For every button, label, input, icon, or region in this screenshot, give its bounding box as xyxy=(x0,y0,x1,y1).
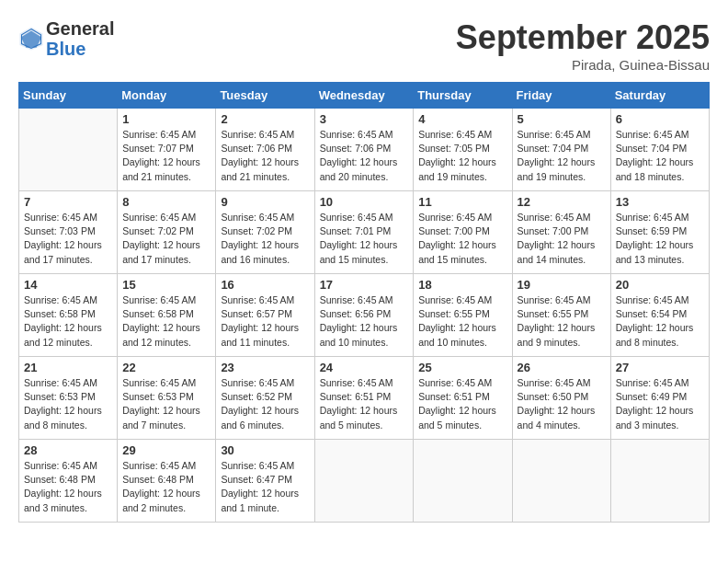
day-number: 18 xyxy=(418,278,506,292)
weekday-header-row: Sunday Monday Tuesday Wednesday Thursday… xyxy=(19,83,710,109)
calendar: Sunday Monday Tuesday Wednesday Thursday… xyxy=(18,82,710,523)
day-info: Sunrise: 6:45 AMSunset: 6:55 PMDaylight:… xyxy=(518,293,606,350)
month-title: September 2025 xyxy=(456,18,710,57)
table-row: 23Sunrise: 6:45 AMSunset: 6:52 PMDayligh… xyxy=(216,357,314,440)
table-row: 14Sunrise: 6:45 AMSunset: 6:58 PMDayligh… xyxy=(19,274,118,357)
day-number: 12 xyxy=(518,195,606,209)
header-sunday: Sunday xyxy=(19,83,118,109)
header-monday: Monday xyxy=(118,83,216,109)
logo-icon xyxy=(18,26,44,52)
day-number: 19 xyxy=(518,278,606,292)
day-info: Sunrise: 6:45 AMSunset: 7:00 PMDaylight:… xyxy=(518,211,606,267)
table-row: 29Sunrise: 6:45 AMSunset: 6:48 PMDayligh… xyxy=(118,440,216,523)
location: Pirada, Guinea-Bissau xyxy=(456,57,710,73)
table-row: 4Sunrise: 6:45 AMSunset: 7:05 PMDaylight… xyxy=(414,109,512,191)
day-info: Sunrise: 6:45 AMSunset: 6:49 PMDaylight:… xyxy=(616,376,704,432)
day-info: Sunrise: 6:45 AMSunset: 7:00 PMDaylight:… xyxy=(418,211,506,267)
table-row: 6Sunrise: 6:45 AMSunset: 7:04 PMDaylight… xyxy=(610,109,709,191)
logo-blue: Blue xyxy=(46,39,114,59)
day-number: 20 xyxy=(616,278,704,292)
table-row: 26Sunrise: 6:45 AMSunset: 6:50 PMDayligh… xyxy=(512,357,610,440)
header-tuesday: Tuesday xyxy=(216,83,314,109)
day-number: 10 xyxy=(320,195,409,209)
day-info: Sunrise: 6:45 AMSunset: 6:47 PMDaylight:… xyxy=(221,459,309,515)
table-row: 19Sunrise: 6:45 AMSunset: 6:55 PMDayligh… xyxy=(512,274,610,357)
table-row: 12Sunrise: 6:45 AMSunset: 7:00 PMDayligh… xyxy=(512,191,610,274)
day-number: 13 xyxy=(616,195,704,209)
table-row: 15Sunrise: 6:45 AMSunset: 6:58 PMDayligh… xyxy=(118,274,216,357)
page-header: General Blue September 2025 Pirada, Guin… xyxy=(18,18,710,73)
day-number: 16 xyxy=(221,278,309,292)
day-info: Sunrise: 6:45 AMSunset: 7:02 PMDaylight:… xyxy=(122,211,210,267)
day-number: 8 xyxy=(122,195,210,209)
day-info: Sunrise: 6:45 AMSunset: 7:05 PMDaylight:… xyxy=(418,128,506,184)
table-row: 27Sunrise: 6:45 AMSunset: 6:49 PMDayligh… xyxy=(610,357,709,440)
table-row: 28Sunrise: 6:45 AMSunset: 6:48 PMDayligh… xyxy=(19,440,118,523)
day-info: Sunrise: 6:45 AMSunset: 6:53 PMDaylight:… xyxy=(24,376,112,432)
day-number: 11 xyxy=(418,195,506,209)
day-info: Sunrise: 6:45 AMSunset: 6:57 PMDaylight:… xyxy=(221,293,309,350)
calendar-week-row: 21Sunrise: 6:45 AMSunset: 6:53 PMDayligh… xyxy=(19,357,710,440)
day-info: Sunrise: 6:45 AMSunset: 6:52 PMDaylight:… xyxy=(221,376,309,432)
day-number: 9 xyxy=(221,195,309,209)
day-info: Sunrise: 6:45 AMSunset: 7:06 PMDaylight:… xyxy=(320,128,409,184)
logo: General Blue xyxy=(18,18,114,59)
table-row: 1Sunrise: 6:45 AMSunset: 7:07 PMDaylight… xyxy=(118,109,216,191)
table-row xyxy=(314,440,414,523)
table-row: 30Sunrise: 6:45 AMSunset: 6:47 PMDayligh… xyxy=(216,440,314,523)
table-row: 8Sunrise: 6:45 AMSunset: 7:02 PMDaylight… xyxy=(118,191,216,274)
day-info: Sunrise: 6:45 AMSunset: 7:04 PMDaylight:… xyxy=(616,128,704,184)
day-number: 29 xyxy=(122,443,210,457)
day-info: Sunrise: 6:45 AMSunset: 6:54 PMDaylight:… xyxy=(616,293,704,350)
day-number: 15 xyxy=(122,278,210,292)
day-number: 1 xyxy=(122,112,210,126)
day-number: 23 xyxy=(221,361,309,374)
table-row xyxy=(19,109,118,191)
table-row: 10Sunrise: 6:45 AMSunset: 7:01 PMDayligh… xyxy=(314,191,414,274)
day-info: Sunrise: 6:45 AMSunset: 6:50 PMDaylight:… xyxy=(518,376,606,432)
day-number: 30 xyxy=(221,443,309,457)
header-friday: Friday xyxy=(512,83,610,109)
title-block: September 2025 Pirada, Guinea-Bissau xyxy=(456,18,710,73)
table-row: 21Sunrise: 6:45 AMSunset: 6:53 PMDayligh… xyxy=(19,357,118,440)
day-info: Sunrise: 6:45 AMSunset: 6:48 PMDaylight:… xyxy=(24,459,112,515)
table-row: 24Sunrise: 6:45 AMSunset: 6:51 PMDayligh… xyxy=(314,357,414,440)
table-row: 20Sunrise: 6:45 AMSunset: 6:54 PMDayligh… xyxy=(610,274,709,357)
day-number: 3 xyxy=(320,112,409,126)
day-number: 25 xyxy=(418,361,506,374)
table-row: 17Sunrise: 6:45 AMSunset: 6:56 PMDayligh… xyxy=(314,274,414,357)
logo-text: General Blue xyxy=(46,18,114,59)
table-row: 25Sunrise: 6:45 AMSunset: 6:51 PMDayligh… xyxy=(414,357,512,440)
day-number: 26 xyxy=(518,361,606,374)
table-row: 11Sunrise: 6:45 AMSunset: 7:00 PMDayligh… xyxy=(414,191,512,274)
table-row xyxy=(610,440,709,523)
day-number: 2 xyxy=(221,112,309,126)
day-info: Sunrise: 6:45 AMSunset: 6:53 PMDaylight:… xyxy=(122,376,210,432)
day-info: Sunrise: 6:45 AMSunset: 6:48 PMDaylight:… xyxy=(122,459,210,515)
day-info: Sunrise: 6:45 AMSunset: 6:51 PMDaylight:… xyxy=(320,376,409,432)
day-number: 6 xyxy=(616,112,704,126)
day-number: 14 xyxy=(24,278,112,292)
table-row xyxy=(414,440,512,523)
table-row: 9Sunrise: 6:45 AMSunset: 7:02 PMDaylight… xyxy=(216,191,314,274)
header-wednesday: Wednesday xyxy=(314,83,414,109)
calendar-week-row: 7Sunrise: 6:45 AMSunset: 7:03 PMDaylight… xyxy=(19,191,710,274)
day-info: Sunrise: 6:45 AMSunset: 7:07 PMDaylight:… xyxy=(122,128,210,184)
day-info: Sunrise: 6:45 AMSunset: 6:56 PMDaylight:… xyxy=(320,293,409,350)
table-row: 5Sunrise: 6:45 AMSunset: 7:04 PMDaylight… xyxy=(512,109,610,191)
header-thursday: Thursday xyxy=(414,83,512,109)
day-info: Sunrise: 6:45 AMSunset: 6:58 PMDaylight:… xyxy=(122,293,210,350)
day-info: Sunrise: 6:45 AMSunset: 7:03 PMDaylight:… xyxy=(24,211,112,267)
day-number: 24 xyxy=(320,361,409,374)
day-number: 22 xyxy=(122,361,210,374)
day-info: Sunrise: 6:45 AMSunset: 6:55 PMDaylight:… xyxy=(418,293,506,350)
day-info: Sunrise: 6:45 AMSunset: 7:01 PMDaylight:… xyxy=(320,211,409,267)
day-info: Sunrise: 6:45 AMSunset: 7:04 PMDaylight:… xyxy=(518,128,606,184)
day-info: Sunrise: 6:45 AMSunset: 6:58 PMDaylight:… xyxy=(24,293,112,350)
calendar-week-row: 28Sunrise: 6:45 AMSunset: 6:48 PMDayligh… xyxy=(19,440,710,523)
day-number: 7 xyxy=(24,195,112,209)
table-row xyxy=(512,440,610,523)
table-row: 2Sunrise: 6:45 AMSunset: 7:06 PMDaylight… xyxy=(216,109,314,191)
day-number: 4 xyxy=(418,112,506,126)
calendar-week-row: 1Sunrise: 6:45 AMSunset: 7:07 PMDaylight… xyxy=(19,109,710,191)
